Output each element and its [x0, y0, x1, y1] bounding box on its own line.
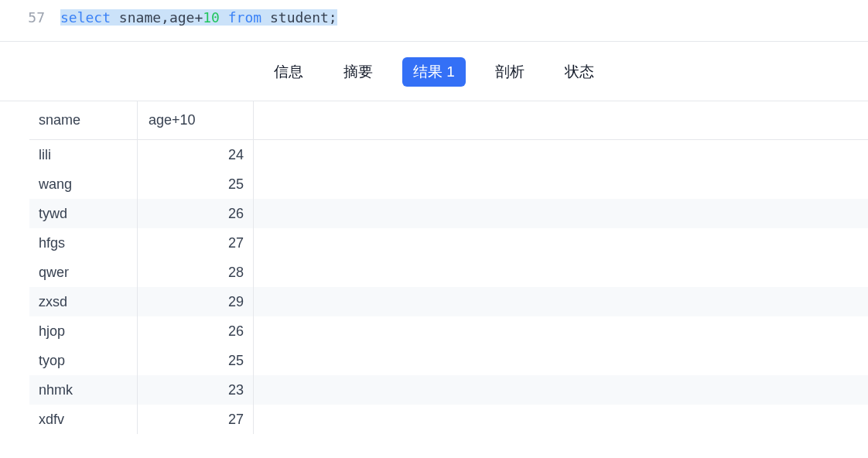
cell-age: 23 [138, 375, 254, 405]
cell-age: 27 [138, 228, 254, 258]
table-row[interactable]: qwer28 [29, 258, 868, 287]
tab-result[interactable]: 结果 1 [402, 57, 466, 87]
table-body: lili24wang25tywd26hfgs27qwer28zxsd29hjop… [29, 140, 868, 434]
cell-sname: hfgs [29, 228, 138, 258]
tab-profile[interactable]: 剖析 [484, 57, 535, 87]
tab-info[interactable]: 信息 [263, 57, 314, 87]
sql-keyword-select: select [60, 9, 111, 26]
cell-age: 25 [138, 346, 254, 375]
cell-age: 24 [138, 140, 254, 169]
cell-age: 26 [138, 316, 254, 346]
tab-status[interactable]: 状态 [554, 57, 605, 87]
sql-editor[interactable]: 57 select sname,age+10 from student; [0, 0, 868, 42]
cell-sname: qwer [29, 258, 138, 287]
table-row[interactable]: hjop26 [29, 316, 868, 346]
cell-age: 27 [138, 405, 254, 434]
result-table: sname age+10 lili24wang25tywd26hfgs27qwe… [0, 101, 868, 434]
cell-sname: lili [29, 140, 138, 169]
cell-sname: tyop [29, 346, 138, 375]
cell-sname: xdfv [29, 405, 138, 434]
cell-age: 26 [138, 199, 254, 228]
cell-sname: nhmk [29, 375, 138, 405]
code-line[interactable]: select sname,age+10 from student; [60, 8, 337, 26]
line-number: 57 [0, 8, 60, 26]
table-header: sname age+10 [29, 101, 868, 140]
tab-summary[interactable]: 摘要 [333, 57, 384, 87]
table-row[interactable]: zxsd29 [29, 287, 868, 316]
cell-sname: tywd [29, 199, 138, 228]
table-row[interactable]: xdfv27 [29, 405, 868, 434]
table-row[interactable]: lili24 [29, 140, 868, 169]
table-row[interactable]: nhmk23 [29, 375, 868, 405]
table-row[interactable]: tywd26 [29, 199, 868, 228]
sql-number: 10 [203, 9, 220, 26]
table-row[interactable]: wang25 [29, 169, 868, 199]
cell-age: 28 [138, 258, 254, 287]
sql-table: student; [261, 9, 337, 26]
cell-age: 25 [138, 169, 254, 199]
column-header-sname[interactable]: sname [29, 101, 138, 139]
sql-fields: sname,age+ [111, 9, 203, 26]
cell-sname: zxsd [29, 287, 138, 316]
table-row[interactable]: hfgs27 [29, 228, 868, 258]
cell-sname: hjop [29, 316, 138, 346]
table-row[interactable]: tyop25 [29, 346, 868, 375]
cell-sname: wang [29, 169, 138, 199]
cell-age: 29 [138, 287, 254, 316]
result-tabs: 信息 摘要 结果 1 剖析 状态 [0, 42, 868, 101]
column-header-age[interactable]: age+10 [138, 101, 254, 139]
sql-keyword-from: from [220, 9, 261, 26]
